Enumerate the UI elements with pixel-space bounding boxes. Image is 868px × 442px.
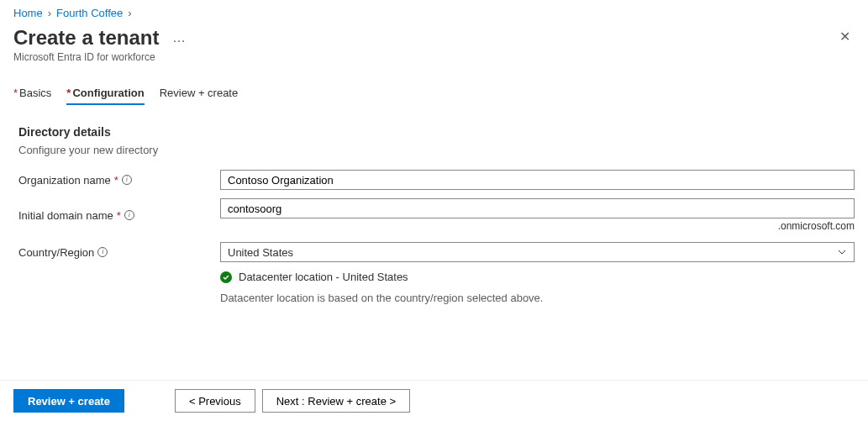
- chevron-right-icon: ›: [128, 7, 131, 19]
- required-indicator: *: [114, 174, 118, 187]
- review-create-button[interactable]: Review + create: [13, 389, 124, 413]
- previous-button[interactable]: < Previous: [175, 389, 255, 413]
- section-title: Directory details: [18, 125, 855, 139]
- chevron-down-icon: [837, 247, 847, 257]
- section-description: Configure your new directory: [18, 144, 855, 156]
- info-icon[interactable]: i: [124, 210, 134, 220]
- breadcrumb: Home › Fourth Coffee ›: [13, 7, 855, 19]
- required-indicator: *: [117, 209, 121, 222]
- datacenter-location-text: Datacenter location - United States: [239, 271, 408, 283]
- page-title: Create a tenant: [13, 26, 159, 50]
- more-actions-button[interactable]: …: [172, 30, 187, 45]
- required-indicator: *: [13, 87, 18, 99]
- tab-label: Review + create: [160, 87, 239, 99]
- required-indicator: *: [66, 87, 71, 99]
- breadcrumb-home[interactable]: Home: [13, 7, 43, 19]
- country-region-select[interactable]: United States: [220, 242, 855, 262]
- tab-label: Basics: [19, 87, 51, 99]
- country-region-label: Country/Region i: [18, 246, 220, 259]
- domain-name-input[interactable]: [220, 198, 855, 218]
- label-text: Country/Region: [18, 246, 94, 259]
- tab-configuration[interactable]: *Configuration: [66, 87, 144, 105]
- close-button[interactable]: ✕: [834, 26, 855, 46]
- domain-suffix: .onmicrosoft.com: [220, 220, 855, 232]
- org-name-label: Organization name * i: [18, 174, 220, 187]
- footer-bar: Review + create < Previous Next : Review…: [0, 380, 868, 421]
- tab-basics[interactable]: *Basics: [13, 87, 51, 105]
- tabs: *Basics *Configuration Review + create: [13, 87, 855, 105]
- note-text: Datacenter location is based on the coun…: [220, 292, 543, 304]
- domain-name-label: Initial domain name * i: [18, 209, 220, 222]
- label-text: Organization name: [18, 174, 111, 187]
- info-icon[interactable]: i: [97, 247, 108, 257]
- close-icon: ✕: [839, 29, 850, 45]
- tab-review[interactable]: Review + create: [160, 87, 239, 105]
- chevron-right-icon: ›: [48, 7, 51, 19]
- datacenter-note: Datacenter location is based on the coun…: [220, 292, 855, 304]
- label-text: Initial domain name: [18, 209, 113, 222]
- tab-label: Configuration: [72, 87, 144, 99]
- checkmark-icon: [220, 271, 232, 283]
- datacenter-location: Datacenter location - United States: [220, 271, 855, 283]
- info-icon[interactable]: i: [122, 175, 132, 185]
- page-subtitle: Microsoft Entra ID for workforce: [13, 51, 187, 63]
- next-button[interactable]: Next : Review + create >: [262, 389, 410, 413]
- breadcrumb-current[interactable]: Fourth Coffee: [56, 7, 123, 19]
- select-value: United States: [228, 246, 293, 259]
- org-name-input[interactable]: [220, 170, 855, 190]
